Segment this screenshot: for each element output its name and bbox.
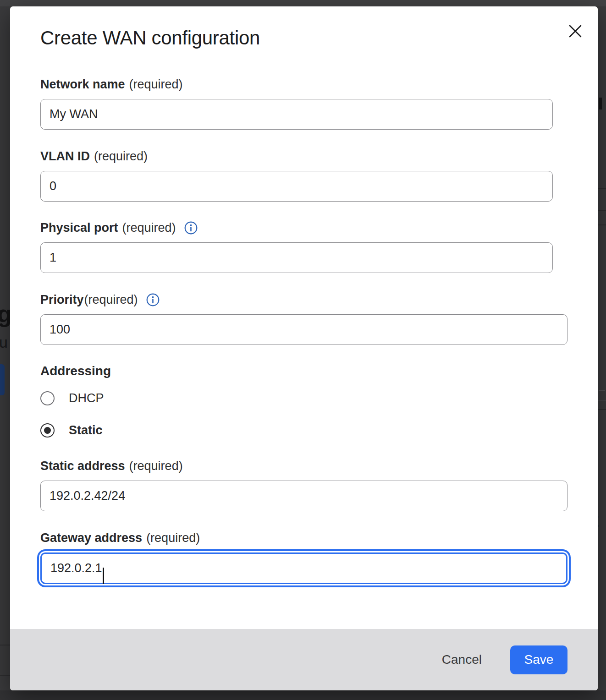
background-divider bbox=[598, 210, 606, 211]
required-hint: (required) bbox=[146, 530, 200, 545]
vlan-id-label-row: VLAN ID (required) bbox=[40, 149, 567, 164]
text-cursor bbox=[103, 568, 104, 584]
vlan-id-input[interactable] bbox=[40, 171, 553, 202]
physical-port-label: Physical port bbox=[40, 220, 118, 235]
physical-port-label-row: Physical port (required) bbox=[40, 220, 567, 235]
background-text-fragment bbox=[599, 390, 605, 391]
priority-label-row: Priority (required) bbox=[40, 292, 567, 307]
network-name-label: Network name bbox=[40, 77, 125, 92]
background-divider bbox=[598, 224, 606, 225]
background-text-fragment: u bbox=[0, 334, 8, 351]
background-divider bbox=[0, 645, 10, 645]
dialog-title: Create WAN configuration bbox=[40, 27, 567, 49]
static-address-input[interactable] bbox=[40, 481, 567, 511]
background-bottom-strip bbox=[0, 690, 606, 700]
background-text-fragment bbox=[599, 98, 602, 109]
dhcp-radio[interactable] bbox=[40, 391, 55, 405]
required-hint: (required) bbox=[122, 220, 176, 235]
create-wan-configuration-dialog: Create WAN configuration Network name (r… bbox=[10, 6, 598, 690]
static-radio-label: Static bbox=[69, 423, 103, 438]
gateway-address-input[interactable] bbox=[40, 552, 567, 584]
dialog-footer: Cancel Save bbox=[10, 629, 598, 690]
addressing-section-label: Addressing bbox=[40, 364, 567, 378]
vlan-id-label: VLAN ID bbox=[40, 149, 90, 164]
priority-label: Priority bbox=[40, 292, 84, 307]
background-divider bbox=[598, 409, 606, 410]
network-name-input[interactable] bbox=[40, 99, 553, 130]
gateway-address-input-wrapper bbox=[40, 552, 567, 584]
background-button-fragment bbox=[0, 364, 5, 395]
required-hint: (required) bbox=[94, 149, 148, 164]
save-button[interactable]: Save bbox=[510, 645, 567, 674]
cancel-button[interactable]: Cancel bbox=[435, 648, 488, 672]
physical-port-input[interactable] bbox=[40, 242, 553, 273]
static-address-label: Static address bbox=[40, 459, 125, 473]
addressing-option-dhcp[interactable]: DHCP bbox=[40, 391, 567, 405]
gateway-address-label-row: Gateway address (required) bbox=[40, 530, 567, 545]
priority-info-icon[interactable] bbox=[146, 293, 160, 306]
required-hint: (required) bbox=[129, 77, 183, 92]
background-top-strip bbox=[0, 0, 606, 6]
network-name-label-row: Network name (required) bbox=[40, 77, 567, 92]
background-divider bbox=[598, 400, 606, 401]
required-hint: (required) bbox=[84, 292, 138, 307]
required-hint: (required) bbox=[129, 459, 183, 473]
static-radio[interactable] bbox=[40, 423, 55, 438]
physical-port-info-icon[interactable] bbox=[184, 221, 198, 235]
gateway-address-label: Gateway address bbox=[40, 530, 142, 545]
priority-input[interactable] bbox=[40, 314, 567, 345]
background-divider bbox=[598, 188, 606, 189]
static-address-label-row: Static address (required) bbox=[40, 459, 567, 473]
addressing-option-static[interactable]: Static bbox=[40, 423, 567, 438]
dhcp-radio-label: DHCP bbox=[69, 391, 104, 405]
background-divider bbox=[0, 675, 10, 676]
